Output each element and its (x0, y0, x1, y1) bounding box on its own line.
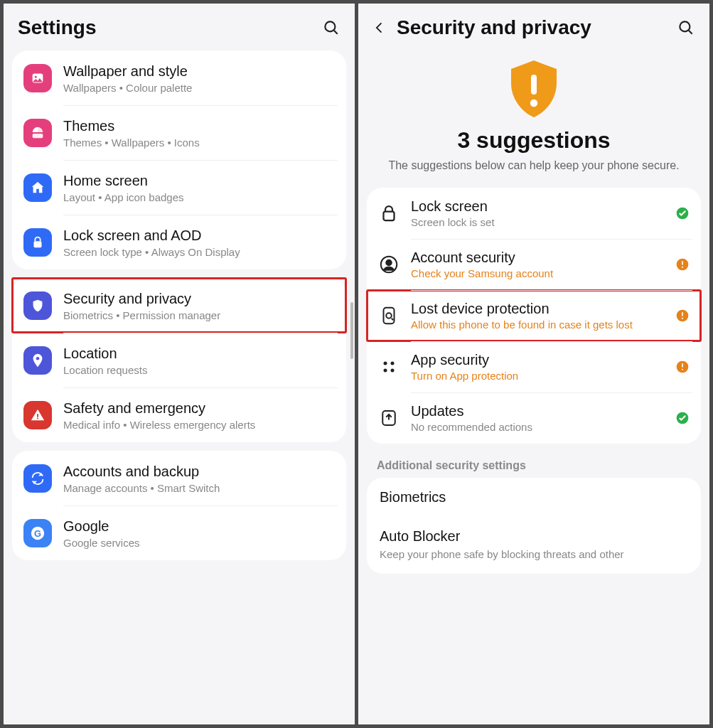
settings-item-subtitle: Wallpapers • Colour palette (63, 82, 335, 94)
svg-line-1 (334, 31, 338, 34)
svg-rect-22 (384, 308, 395, 324)
status-warn-icon (675, 360, 690, 374)
svg-point-28 (384, 362, 387, 365)
security-item-updates[interactable]: UpdatesNo recommended actions (367, 392, 701, 444)
settings-item-title: Location (63, 344, 335, 363)
additional-item-title: Auto Blocker (380, 528, 688, 545)
settings-item-title: Wallpaper and style (63, 62, 335, 80)
svg-rect-7 (37, 414, 38, 417)
security-section-label: Additional security settings (358, 452, 709, 478)
home-icon (23, 173, 52, 202)
shield-icon (23, 291, 52, 320)
settings-group: Wallpaper and styleWallpapers • Colour p… (12, 50, 346, 269)
user-icon (378, 254, 400, 275)
settings-item-title: Safety and emergency (63, 399, 335, 417)
update-icon (378, 407, 400, 429)
lock-icon (23, 228, 52, 257)
page-title: Security and privacy (397, 16, 667, 39)
security-item-subtitle: Check your Samsung account (411, 267, 664, 279)
settings-item-title: Lock screen and AOD (63, 226, 335, 245)
additional-item-biometrics[interactable]: Biometrics (367, 478, 701, 517)
security-item-title: App security (411, 352, 664, 368)
settings-item-title: Security and privacy (63, 289, 335, 308)
settings-item-subtitle: Google services (63, 537, 335, 549)
settings-item-subtitle: Biometrics • Permission manager (63, 309, 335, 321)
settings-item-title: Home screen (63, 171, 335, 190)
svg-point-14 (530, 100, 537, 107)
svg-point-21 (682, 267, 683, 268)
settings-item-subtitle: Manage accounts • Smart Switch (63, 482, 335, 494)
security-item-account[interactable]: Account securityCheck your Samsung accou… (367, 239, 701, 290)
settings-group: Security and privacyBiometrics • Permiss… (12, 278, 346, 442)
suggestions-desc: The suggestions below can help keep your… (372, 158, 695, 173)
settings-item-subtitle: Themes • Wallpapers • Icons (63, 136, 335, 149)
scrollbar[interactable] (350, 302, 353, 359)
svg-point-34 (682, 369, 683, 370)
svg-point-0 (325, 21, 335, 31)
svg-text:G: G (34, 528, 41, 538)
svg-rect-15 (384, 212, 395, 221)
svg-rect-5 (34, 241, 42, 247)
svg-point-31 (391, 369, 395, 373)
status-warn-icon (675, 257, 690, 272)
svg-rect-33 (682, 363, 683, 368)
settings-item-subtitle: Medical info • Wireless emergency alerts (63, 419, 335, 431)
settings-item-lockscreen[interactable]: Lock screen and AODScreen lock type • Al… (12, 215, 346, 269)
svg-rect-13 (531, 75, 537, 95)
additional-security-card: BiometricsAuto BlockerKeep your phone sa… (367, 478, 701, 573)
back-icon[interactable] (372, 21, 387, 35)
settings-item-themes[interactable]: ThemesThemes • Wallpapers • Icons (12, 105, 346, 160)
search-icon[interactable] (677, 18, 695, 37)
g-icon: G (23, 519, 52, 547)
settings-item-wallpaper[interactable]: Wallpaper and styleWallpapers • Colour p… (12, 50, 346, 105)
svg-rect-26 (682, 312, 683, 316)
settings-item-location[interactable]: LocationLocation requests (12, 333, 346, 387)
svg-line-12 (689, 31, 692, 34)
settings-item-subtitle: Location requests (63, 364, 335, 376)
svg-point-3 (35, 75, 37, 77)
security-item-lost[interactable]: Lost device protectionAllow this phone t… (367, 290, 701, 341)
security-item-title: Lock screen (411, 198, 664, 215)
settings-group: Accounts and backupManage accounts • Sma… (12, 451, 346, 560)
settings-item-home[interactable]: Home screenLayout • App icon badges (12, 160, 346, 215)
settings-item-security[interactable]: Security and privacyBiometrics • Permiss… (12, 278, 346, 333)
settings-item-safety[interactable]: Safety and emergencyMedical info • Wirel… (12, 387, 346, 442)
page-title: Settings (18, 16, 312, 39)
settings-screen: Settings Wallpaper and styleWallpapers •… (4, 4, 355, 724)
security-item-appsec[interactable]: App securityTurn on App protection (367, 341, 701, 392)
search-icon[interactable] (322, 18, 341, 37)
security-suggestions-card: Lock screenScreen lock is setAccount sec… (367, 188, 701, 444)
settings-item-title: Accounts and backup (63, 462, 335, 481)
svg-rect-4 (33, 133, 43, 137)
suggestions-count: 3 suggestions (372, 127, 695, 154)
security-item-title: Lost device protection (411, 301, 664, 317)
svg-point-29 (391, 362, 395, 365)
settings-item-google[interactable]: GGoogleGoogle services (12, 505, 346, 560)
svg-point-6 (36, 356, 40, 360)
settings-item-subtitle: Layout • App icon badges (63, 191, 335, 203)
settings-item-title: Themes (63, 117, 335, 135)
security-hero: 3 suggestions The suggestions below can … (358, 50, 709, 188)
settings-header: Settings (4, 4, 355, 50)
security-item-lock[interactable]: Lock screenScreen lock is set (367, 188, 701, 239)
security-item-subtitle: Turn on App protection (411, 370, 664, 382)
security-privacy-screen: Security and privacy 3 suggestions The s… (358, 4, 709, 724)
pin-icon (23, 346, 52, 375)
shield-alert-icon (500, 55, 568, 123)
lock2-icon (378, 203, 400, 224)
security-item-subtitle: No recommended actions (411, 421, 664, 433)
svg-point-8 (37, 417, 38, 419)
status-ok-icon (675, 411, 690, 425)
apps-icon (378, 356, 400, 378)
alert-icon (23, 401, 52, 429)
image-icon (23, 64, 52, 92)
settings-item-accounts[interactable]: Accounts and backupManage accounts • Sma… (12, 451, 346, 505)
security-item-subtitle: Screen lock is set (411, 216, 664, 228)
additional-item-autoblocker[interactable]: Auto BlockerKeep your phone safe by bloc… (367, 517, 701, 573)
additional-item-subtitle: Keep your phone safe by blocking threats… (380, 547, 688, 562)
security-header: Security and privacy (358, 4, 709, 50)
svg-point-18 (386, 260, 392, 266)
settings-item-title: Google (63, 517, 335, 535)
svg-rect-20 (682, 261, 683, 265)
finddevice-icon (378, 305, 400, 326)
